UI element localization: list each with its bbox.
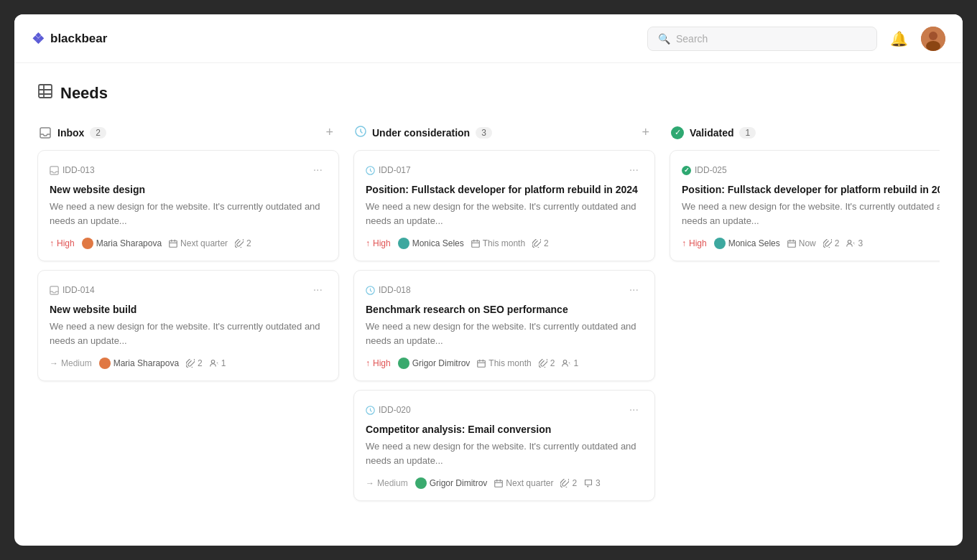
clips-tag: 2 (560, 478, 577, 488)
column-header-validated: ✓ Validated 1 + (670, 123, 940, 141)
priority-tag: ↑ High (50, 238, 75, 248)
card-id-idd-018: IDD-018 (366, 285, 411, 295)
card-id-idd-020: IDD-020 (366, 405, 411, 415)
svg-point-26 (564, 360, 568, 364)
header: ❖ blackbear 🔍 🔔 (14, 14, 963, 63)
card-menu-idd-013[interactable]: ··· (309, 162, 327, 178)
column-add-under-consideration[interactable]: + (637, 123, 654, 141)
assignee-tag: Monica Seles (398, 238, 464, 249)
svg-point-36 (848, 241, 852, 244)
clips-tag: 2 (823, 238, 840, 248)
card-idd-017[interactable]: IDD-017 ··· Position: Fullstack develope… (353, 150, 655, 261)
assignee-tag: Monica Seles (714, 238, 780, 249)
svg-rect-17 (471, 241, 479, 247)
app-name: blackbear (50, 32, 107, 46)
card-desc-idd-017: We need a new design for the website. It… (366, 200, 643, 228)
priority-tag: → Medium (366, 478, 408, 488)
svg-rect-28 (495, 480, 503, 487)
assignee-avatar (99, 358, 111, 369)
assignee-tag: Grigor Dimitrov (415, 477, 488, 489)
card-header-row: IDD-014 ··· (50, 282, 327, 298)
column-header-under-consideration: Under consideration 3 + (353, 123, 655, 141)
card-footer-idd-014: → Medium Maria Sharapova 2 1 (50, 358, 327, 369)
card-menu-idd-014[interactable]: ··· (309, 282, 327, 298)
card-footer-idd-020: → Medium Grigor Dimitrov Next quarter 2 … (366, 477, 643, 489)
svg-point-14 (211, 360, 215, 364)
search-input[interactable] (676, 33, 866, 45)
assignee-avatar (415, 477, 427, 489)
kanban-column-validated: ✓ Validated 1 + ✓ IDD-025 ··· Position: … (670, 123, 940, 526)
card-header-row: IDD-013 ··· (50, 162, 327, 178)
column-title-inbox: Inbox (57, 127, 84, 139)
card-desc-idd-020: We need a new design for the website. It… (366, 439, 643, 467)
card-idd-018[interactable]: IDD-018 ··· Benchmark research on SEO pe… (353, 270, 655, 381)
card-title-idd-020: Competitor analysis: Email conversion (366, 424, 643, 435)
svg-rect-3 (39, 85, 52, 98)
assignee-tag: Grigor Dimitrov (398, 358, 471, 369)
header-right: 🔍 🔔 (647, 27, 945, 51)
date-tag: Next quarter (494, 478, 553, 488)
page-icon (37, 83, 53, 103)
inbox-icon (39, 126, 52, 139)
assignee-avatar (82, 238, 93, 249)
card-footer-idd-013: ↑ High Maria Sharapova Next quarter 2 (50, 238, 327, 249)
card-title-idd-017: Position: Fullstack developer for platfo… (366, 184, 643, 195)
svg-rect-8 (50, 166, 58, 174)
column-header-inbox: Inbox 2 + (37, 123, 339, 141)
svg-rect-32 (787, 241, 795, 247)
card-idd-020[interactable]: IDD-020 ··· Competitor analysis: Email c… (353, 390, 655, 501)
people-tag: 3 (846, 238, 863, 248)
card-header-row: ✓ IDD-025 ··· (682, 162, 940, 178)
svg-point-1 (929, 32, 937, 40)
logo: ❖ blackbear (32, 30, 107, 47)
comments-tag: 3 (584, 478, 601, 488)
avatar[interactable] (921, 27, 945, 51)
assignee-tag: Maria Sharapova (82, 238, 162, 249)
card-title-idd-025: Position: Fullstack developer for platfo… (682, 184, 940, 195)
assignee-avatar (398, 238, 409, 249)
priority-tag: → Medium (50, 358, 92, 368)
svg-rect-13 (50, 286, 58, 294)
column-count-inbox: 2 (90, 127, 106, 139)
page-content: Needs Inbox 2 + IDD-013 ··· New website … (14, 63, 963, 546)
card-idd-014[interactable]: IDD-014 ··· New website build We need a … (37, 270, 339, 381)
validated-icon: ✓ (671, 126, 684, 139)
assignee-avatar (714, 238, 726, 249)
card-title-idd-018: Benchmark research on SEO performance (366, 304, 643, 315)
clips-tag: 2 (235, 238, 251, 248)
card-desc-idd-018: We need a new design for the website. It… (366, 319, 643, 347)
card-idd-013[interactable]: IDD-013 ··· New website design We need a… (37, 150, 339, 261)
date-tag: This month (477, 358, 531, 368)
priority-tag: ↑ High (366, 238, 391, 248)
svg-rect-9 (170, 241, 177, 247)
search-bar[interactable]: 🔍 (647, 27, 877, 51)
kanban-column-inbox: Inbox 2 + IDD-013 ··· New website design… (37, 123, 339, 526)
card-title-idd-013: New website design (50, 184, 327, 195)
priority-tag: ↑ High (366, 358, 391, 368)
clips-tag: 2 (539, 358, 555, 368)
clips-tag: 2 (186, 358, 203, 368)
card-menu-idd-017[interactable]: ··· (625, 162, 643, 178)
column-title-validated: Validated (690, 127, 733, 139)
card-footer-idd-018: ↑ High Grigor Dimitrov This month 2 1 (366, 358, 643, 369)
bell-button[interactable]: 🔔 (887, 27, 911, 50)
card-menu-idd-018[interactable]: ··· (625, 282, 643, 298)
card-header-row: IDD-020 ··· (366, 402, 643, 418)
search-icon: 🔍 (658, 33, 670, 45)
date-tag: This month (471, 238, 525, 248)
assignee-avatar (398, 358, 409, 369)
svg-rect-7 (40, 128, 50, 138)
card-desc-idd-025: We need a new design for the website. It… (682, 200, 940, 228)
kanban-column-under-consideration: Under consideration 3 + IDD-017 ··· Posi… (353, 123, 655, 526)
logo-icon: ❖ (32, 30, 45, 47)
column-count-under-consideration: 3 (476, 127, 492, 139)
card-idd-025[interactable]: ✓ IDD-025 ··· Position: Fullstack develo… (670, 150, 940, 261)
date-tag: Now (787, 238, 816, 248)
card-id-idd-017: IDD-017 (366, 165, 411, 175)
svg-rect-22 (478, 360, 486, 367)
svg-point-2 (926, 41, 940, 51)
card-header-row: IDD-017 ··· (366, 162, 643, 178)
card-title-idd-014: New website build (50, 304, 327, 315)
card-menu-idd-020[interactable]: ··· (625, 402, 643, 418)
column-add-inbox[interactable]: + (321, 123, 338, 141)
